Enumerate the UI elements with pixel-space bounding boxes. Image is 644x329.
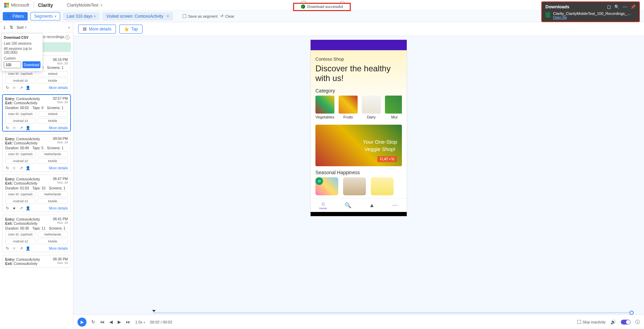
- undo-icon: ↺: [220, 14, 223, 18]
- nav-more-icon[interactable]: ⋯: [392, 202, 398, 208]
- download-icon[interactable]: ⤓: [3, 25, 6, 30]
- star-icon[interactable]: ☆: [12, 126, 16, 130]
- step-forward-icon[interactable]: ⏭: [126, 319, 130, 324]
- folder-icon[interactable]: ▢: [607, 5, 611, 9]
- category-item[interactable]: Dairy: [362, 96, 381, 119]
- skip-inactivity-toggle[interactable]: Skip inactivity: [577, 320, 606, 324]
- user-icon[interactable]: 👤: [26, 206, 30, 210]
- chevron-down-icon: ▾: [101, 3, 102, 7]
- replay-icon[interactable]: ↻: [91, 319, 95, 324]
- more-details-link[interactable]: More details: [49, 206, 68, 210]
- nav-categories-icon[interactable]: ▲: [369, 202, 375, 208]
- recording-card[interactable]: Entry: ContosoActivityExit: ContosoActiv…: [2, 134, 71, 172]
- star-icon[interactable]: ★: [12, 206, 16, 210]
- seasonal-thumb[interactable]: [343, 177, 366, 195]
- playback-time: 00:02 / 00:02: [150, 320, 172, 324]
- search-icon[interactable]: 🔍: [614, 5, 619, 9]
- info-icon[interactable]: ⓘ: [635, 319, 640, 325]
- csv-custom-label: Custom: [4, 56, 40, 60]
- recording-card[interactable]: Entry: ContosoActivityExit: ContosoActiv…: [2, 175, 71, 212]
- visited-screen-pill[interactable]: Visited screen: ContosoActivity ✕: [102, 12, 173, 20]
- flat-badge: FLAT • %: [377, 156, 397, 162]
- remove-pill-icon[interactable]: ✕: [166, 14, 169, 18]
- download-filename: Clarity_ClarityMobileTest_100_Recordings…: [553, 11, 633, 16]
- more-icon[interactable]: ⋯: [623, 5, 627, 9]
- save-segment-button[interactable]: Save as segment: [183, 14, 218, 18]
- share-icon[interactable]: ↗: [19, 246, 23, 250]
- more-details-link[interactable]: More details: [49, 166, 68, 170]
- csv-download-button[interactable]: Download: [22, 61, 40, 68]
- replay-icon[interactable]: ↻: [5, 166, 9, 170]
- download-csv-popup[interactable]: Download CSV Last 100 sessions All sessi…: [1, 33, 43, 71]
- more-details-link[interactable]: More details: [49, 126, 68, 130]
- recording-card[interactable]: Entry: ContosoActivityExit: ContosoActiv…: [2, 94, 71, 132]
- user-icon[interactable]: 👤: [26, 166, 30, 170]
- more-details-button[interactable]: More details: [78, 25, 116, 34]
- star-icon[interactable]: ☆: [12, 166, 16, 170]
- step-back-icon[interactable]: ⏮: [100, 319, 104, 324]
- nav-search-icon[interactable]: 🔍: [344, 202, 351, 208]
- user-icon[interactable]: 👤: [26, 126, 30, 130]
- category-item[interactable]: Vegetables: [315, 96, 334, 119]
- volume-icon[interactable]: 🔊: [610, 319, 616, 324]
- more-details-link[interactable]: More details: [49, 247, 68, 250]
- os-tag: Android 12: [5, 239, 36, 244]
- share-icon[interactable]: ↗: [19, 206, 23, 210]
- pin-icon[interactable]: 📌: [631, 5, 636, 9]
- recording-card[interactable]: Entry: ContosoActivityExit: ContosoActiv…: [2, 255, 71, 268]
- open-file-link[interactable]: Open file: [553, 16, 633, 19]
- device-tag: Mobile: [38, 239, 68, 244]
- playback-speed[interactable]: 1.5x ▾: [135, 320, 145, 324]
- sort-icon[interactable]: ⇅: [10, 25, 13, 30]
- replay-icon[interactable]: ↻: [5, 126, 9, 130]
- user-tag: User ID: 1sp04aS: [5, 232, 36, 237]
- hero-text: Discover the healthy with us!: [315, 64, 402, 83]
- svg-rect-3: [85, 29, 86, 30]
- refresh-icon[interactable]: ⟳: [315, 177, 323, 185]
- category-item[interactable]: Fruits: [339, 96, 358, 119]
- csv-opt-last100[interactable]: Last 100 sessions: [4, 41, 40, 46]
- promo-banner[interactable]: Your One-StopVeggie Shop! FLAT • %: [315, 125, 402, 166]
- clear-filters-button[interactable]: ↺ Clear: [220, 14, 234, 18]
- play-button[interactable]: ▶: [77, 318, 86, 327]
- chevron-down-icon: ▾: [94, 15, 96, 18]
- star-icon[interactable]: ☆: [12, 246, 16, 250]
- share-icon[interactable]: ↗: [19, 126, 23, 130]
- timeline-knob[interactable]: [629, 311, 634, 315]
- filters-button[interactable]: Filters: [3, 12, 28, 20]
- segments-button[interactable]: Segments ▾: [30, 12, 60, 20]
- next-frame-icon[interactable]: ▶: [118, 319, 121, 324]
- replay-icon[interactable]: ↻: [5, 246, 9, 250]
- share-icon[interactable]: ↗: [19, 166, 23, 170]
- replay-icon[interactable]: ↻: [5, 206, 9, 210]
- csv-custom-input[interactable]: [4, 61, 21, 68]
- date-range-pill[interactable]: Last 310 days ▾: [63, 12, 100, 20]
- sort-button[interactable]: Sort ▾: [17, 25, 27, 29]
- timeline-track[interactable]: [153, 312, 634, 313]
- download-item[interactable]: Clarity_ClarityMobileTest_100_Recordings…: [545, 11, 636, 19]
- recordings-list[interactable]: 06:16 PMNov. 25Duration: 00:25Taps: 0Scr…: [0, 54, 73, 329]
- replay-icon[interactable]: ↻: [5, 86, 9, 90]
- user-icon[interactable]: 👤: [26, 86, 30, 90]
- more-details-link[interactable]: More details: [49, 86, 68, 90]
- info-icon[interactable]: i: [65, 35, 70, 39]
- toggle-switch[interactable]: [621, 320, 631, 324]
- share-icon[interactable]: ↗: [19, 86, 23, 90]
- browser-downloads-panel[interactable]: Downloads ▢ 🔍 ⋯ 📌 Clarity_ClarityMobileT…: [541, 1, 640, 22]
- collapse-sidebar-icon[interactable]: «: [68, 25, 70, 29]
- user-icon[interactable]: 👤: [26, 246, 30, 250]
- star-icon[interactable]: ☆: [12, 86, 16, 90]
- device-tag: Mobile: [38, 198, 68, 204]
- project-selector[interactable]: ClarityMobileTest ▾: [67, 3, 102, 8]
- munchies-thumb: [385, 96, 402, 114]
- category-item[interactable]: Mur: [385, 96, 402, 119]
- country-tag: Netherlands: [38, 151, 68, 157]
- seasonal-thumb[interactable]: [371, 177, 394, 195]
- os-tag: Android 12: [5, 158, 36, 164]
- prev-frame-icon[interactable]: ◀: [109, 319, 113, 324]
- recording-card[interactable]: Entry: ContosoActivityExit: ContosoActiv…: [2, 215, 71, 252]
- tap-button[interactable]: 👆 Tap: [119, 25, 142, 34]
- os-tag: Android 10: [5, 78, 36, 83]
- nav-home[interactable]: ⌂Home: [320, 201, 327, 210]
- csv-opt-all[interactable]: All sessions (up to 100,000): [4, 46, 40, 55]
